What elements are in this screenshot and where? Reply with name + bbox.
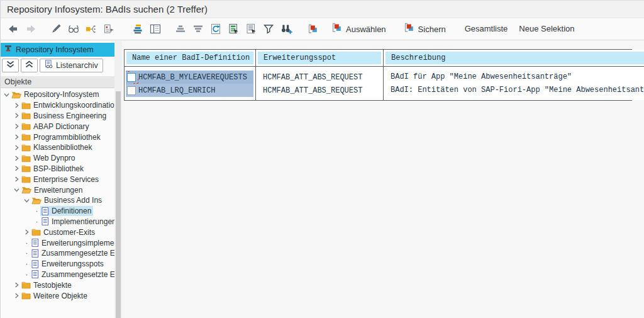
tree-item-enterprise-services[interactable]: Enterprise Services [1,174,114,185]
chevron-down-icon[interactable] [3,92,10,98]
folder-icon [21,133,31,141]
column-header-spot-label[interactable]: Erweiterungsspot [258,52,381,64]
double-chevron-down-icon [6,60,15,71]
tree-item-web-dynpro[interactable]: Web Dynpro [1,153,114,164]
where-used-icon[interactable] [82,20,100,38]
beschreibung-value[interactable]: BAdI für App "Meine Abwesenheitsanträge" [385,71,644,84]
tree-item-erweiterungsimplementierungen[interactable]: · Erweiterungsimplementierungen [1,237,114,248]
tree-item-testobjekte[interactable]: Testobjekte [1,280,114,290]
back-arrow-icon[interactable] [4,20,22,38]
tree-item-definitionen[interactable]: · Definitionen [1,206,114,217]
chevron-down-icon[interactable] [23,198,30,203]
tree-item-business-engineering[interactable]: Business Engineering [1,111,114,122]
table-row-name[interactable]: HCMFAB_LRQ_ENRICH [126,84,253,97]
tree-item-entwicklungskoordination[interactable]: Entwicklungskoordination [1,100,114,111]
tree-item-repository-infosystem[interactable]: Repository-Infosystem [1,89,114,100]
sort-ascending-icon[interactable] [172,20,189,38]
sidebar-button-row: Listenarchiv [1,57,114,74]
column-header-beschreibung-label[interactable]: Beschreibung [386,52,644,64]
tree-item-abap-dictionary[interactable]: ABAP Dictionary [1,121,114,132]
tree-item-label: Implementierungen [52,217,114,226]
collapse-all-button[interactable] [2,59,19,72]
listenarchiv-label: Listenarchiv [56,61,98,70]
scrollbar-thumb[interactable] [116,91,121,318]
sort-descending-icon[interactable] [189,20,207,38]
folder-open-icon [21,186,31,194]
sidebar-header: Repository Infosystem [1,43,114,57]
tree-item-zusammengesetzte-erweiterungsimplementierungen[interactable]: · Zusammengesetzte Erweiterungsimplement… [1,248,114,259]
object-list-icon[interactable] [100,20,118,38]
tree-item-label: Erweiterungsimplementierungen [42,239,114,247]
auswaehlen-label: Auswählen [346,25,386,34]
double-chevron-up-icon [25,60,34,71]
column-name-cells: HCMFAB_B_MYLEAVEREQUESTSHCMFAB_LRQ_ENRIC… [125,67,256,100]
column-spot-cells: HCMFAB_ATT_ABS_REQUESTHCMFAB_ATT_ABS_REQ… [256,67,384,100]
column-header-name-label[interactable]: Name einer BadI-Definition [126,52,253,64]
refresh-icon[interactable] [207,20,225,38]
spot-value[interactable]: HCMFAB_ATT_ABS_REQUEST [257,71,381,84]
tree-item-klassenbibliothek[interactable]: Klassenbibliothek [1,142,114,153]
chevron-down-icon[interactable] [13,187,20,193]
panel-splitter[interactable] [114,41,122,318]
folder-icon [21,154,31,162]
select-block-icon[interactable] [225,20,242,38]
auswaehlen-button[interactable]: Auswählen [328,20,389,38]
row-checkbox[interactable] [127,73,136,82]
deselect-block-icon[interactable] [242,20,260,38]
tree-item-label: Web Dynpro [33,154,75,162]
leaf-bullet: · [33,208,40,214]
folder-icon [21,101,31,110]
tree-item-weitere-objekte[interactable]: Weitere Objekte [1,290,114,301]
tree-item-implementierungen[interactable]: · Implementierungen [1,217,114,227]
tree-item-erweiterungsspots[interactable]: · Erweiterungsspots [1,259,114,270]
neue-selektion-button[interactable]: Neue Selektion [516,20,577,38]
folder-open-icon [31,196,42,205]
tree-item-customer-exits[interactable]: Customer-Exits [1,227,114,237]
detail-view-icon[interactable] [147,20,164,38]
chevron-right-icon[interactable] [13,134,20,140]
row-checkbox[interactable] [127,86,136,95]
spot-value[interactable]: HCMFAB_ATT_ABS_REQUEST [257,84,381,97]
chevron-right-icon[interactable] [13,113,20,118]
title-bar: Repository Infosystem: BAdIs suchen (2 T… [1,1,644,18]
filter-icon[interactable] [260,20,277,38]
find-next-icon[interactable] [277,20,295,38]
tree-item-erweiterungen[interactable]: Erweiterungen [1,185,114,195]
expand-all-button[interactable] [21,59,38,72]
tree-item-label: Weitere Objekte [33,292,87,300]
display-glasses-icon[interactable] [65,20,82,38]
chevron-right-icon[interactable] [13,156,20,161]
chevron-right-icon[interactable] [13,176,20,182]
navigation-sidebar: Repository Infosystem Listenarchiv Objek… [1,41,114,318]
tree-item-label: Erweiterungen [34,186,82,195]
listenarchiv-button[interactable]: Listenarchiv [40,59,103,72]
copy-icon[interactable] [304,20,321,38]
doc-icon [42,217,49,225]
column-header-beschreibung: Beschreibung [384,50,644,67]
tree-item-bsp-bibliothek[interactable]: BSP-Bibliothek [1,164,114,174]
chevron-right-icon[interactable] [13,145,20,150]
column-header-name: Name einer BadI-Definition [125,50,256,67]
edit-pencil-icon[interactable] [47,20,65,38]
chevron-right-icon[interactable] [13,293,20,298]
leaf-bullet: · [23,250,30,256]
chevron-right-icon[interactable] [23,229,30,235]
table-row-name[interactable]: HCMFAB_B_MYLEAVEREQUESTS [126,71,253,84]
chevron-right-icon[interactable] [13,123,20,129]
tree-item-business-add-ins[interactable]: Business Add Ins [1,195,114,206]
hierarchy-sort-icon[interactable] [129,20,147,38]
tree-item-zusammengesetzte-erweiterungsspots[interactable]: · Zusammengesetzte Erweiterungsspots [1,270,114,280]
chevron-right-icon[interactable] [13,282,20,288]
folder-open-icon [11,91,21,99]
infosystem-pin-icon [4,44,13,55]
sidebar-header-label: Repository Infosystem [16,45,94,54]
gesamtliste-button[interactable]: Gesamtliste [462,20,511,38]
chevron-right-icon[interactable] [13,166,20,171]
chevron-right-icon[interactable] [13,103,20,108]
tree-item-label: Definitionen [52,207,91,215]
sichern-button[interactable]: Sichern [400,20,448,38]
tree-item-programmbibliothek[interactable]: Programmbibliothek [1,132,114,142]
beschreibung-value[interactable]: BAdI: Entitäten von SAP-Fiori-App "Meine… [385,84,644,97]
tree-item-label: Business Add Ins [44,196,102,205]
tree-item-label: Klassenbibliothek [33,143,92,152]
